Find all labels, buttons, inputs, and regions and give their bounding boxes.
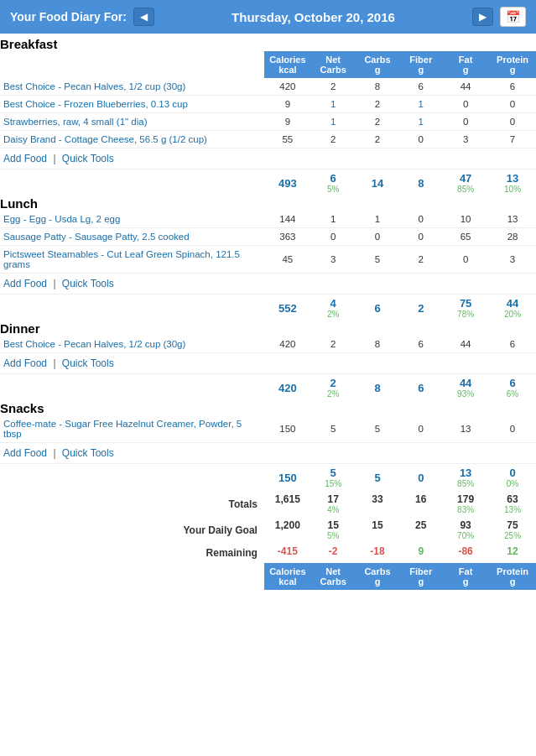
food-fiber: 0 (399, 211, 442, 228)
food-name[interactable]: Daisy Brand - Cottage Cheese, 56.5 g (1/… (0, 131, 264, 149)
food-carbs: 0 (356, 228, 400, 246)
snacks-total-netcarbs: 5 15% (311, 464, 356, 492)
food-netcarbs: 1 (311, 113, 356, 131)
food-fiber: 1 (399, 96, 442, 113)
dinner-section: Dinner Best Choice - Pecan Halves, 1/2 c… (0, 321, 536, 401)
netcarbs-header: Net Carbs (311, 51, 356, 78)
remaining-cal: -415 (264, 543, 311, 563)
dinner-total-netcarbs: 2 2% (311, 374, 356, 402)
breakfast-add-food-link[interactable]: Add Food (3, 153, 47, 164)
summary-total-fat: 179 83% (442, 491, 489, 517)
bottom-carbs-header: Carbs g (356, 563, 400, 590)
protein-header: Protein g (489, 51, 536, 78)
food-name[interactable]: Best Choice - Frozen Blueberries, 0.13 c… (0, 96, 264, 113)
food-fat: 65 (442, 228, 489, 246)
food-protein: 3 (489, 246, 536, 274)
snacks-totals-row: 150 5 15% 5 0 13 85% 0 0% (0, 464, 536, 492)
breakfast-section: Breakfast Calories kcal Net Carbs Carbs … (0, 37, 536, 196)
goal-summary-row: Your Daily Goal 1,200 15 5% 15 25 93 70%… (0, 517, 536, 543)
table-row: Egg - Egg - Usda Lg, 2 egg 144 1 1 0 10 … (0, 211, 536, 228)
bottom-cal-header: Calories kcal (264, 563, 311, 590)
table-row: Pictsweet Steamables - Cut Leaf Green Sp… (0, 246, 536, 274)
food-cal: 45 (264, 246, 311, 274)
food-fiber: 0 (399, 415, 442, 443)
snacks-quick-tools-link[interactable]: Quick Tools (62, 447, 114, 459)
food-protein: 28 (489, 228, 536, 246)
food-protein: 7 (489, 131, 536, 149)
breakfast-total-fat: 47 85% (442, 169, 489, 197)
lunch-total-protein: 44 20% (489, 295, 536, 322)
food-name[interactable]: Coffee-mate - Sugar Free Hazelnut Creame… (0, 415, 264, 443)
dinner-quick-tools-link[interactable]: Quick Tools (62, 357, 114, 369)
food-carbs: 2 (356, 131, 400, 149)
food-name[interactable]: Sausage Patty - Sausage Patty, 2.5 cooke… (0, 228, 264, 246)
prev-date-button[interactable]: ◀ (133, 8, 154, 26)
snacks-total-carbs: 5 (356, 464, 400, 492)
lunch-add-food-link[interactable]: Add Food (3, 278, 47, 289)
table-row: Best Choice - Pecan Halves, 1/2 cup (30g… (0, 78, 536, 96)
food-carbs: 2 (356, 96, 400, 113)
food-name[interactable]: Strawberries, raw, 4 small (1" dia) (0, 113, 264, 131)
food-name[interactable]: Pictsweet Steamables - Cut Leaf Green Sp… (0, 246, 264, 274)
lunch-total-netcarbs: 4 2% (311, 295, 356, 322)
food-name[interactable]: Best Choice - Pecan Halves, 1/2 cup (30g… (0, 336, 264, 353)
remaining-label: Remaining (0, 543, 264, 563)
summary-goal-carbs: 15 (356, 517, 400, 543)
food-protein: 0 (489, 415, 536, 443)
food-carbs: 2 (356, 113, 400, 131)
next-date-button[interactable]: ▶ (472, 8, 493, 26)
food-netcarbs: 3 (311, 246, 356, 274)
bottom-fat-header: Fat g (442, 563, 489, 590)
food-fat: 3 (442, 131, 489, 149)
summary-total-fiber: 16 (399, 491, 442, 517)
food-fat: 44 (442, 78, 489, 96)
remaining-summary-row: Remaining -415 -2 -18 9 -86 12 (0, 543, 536, 563)
dinner-total-carbs: 8 (356, 374, 400, 402)
calendar-button[interactable]: 📅 (500, 7, 526, 27)
food-carbs: 8 (356, 336, 400, 353)
summary-total-carbs: 33 (356, 491, 400, 517)
breakfast-total-protein: 13 10% (489, 169, 536, 197)
food-netcarbs: 5 (311, 415, 356, 443)
totals-label: Totals (0, 491, 264, 517)
lunch-totals-row: 552 4 2% 6 2 75 78% 44 20% (0, 295, 536, 322)
food-netcarbs: 2 (311, 131, 356, 149)
remaining-protein: 12 (489, 543, 536, 563)
bottom-netcarbs-header: Net Carbs (311, 563, 356, 590)
breakfast-quick-tools-link[interactable]: Quick Tools (62, 153, 114, 164)
dinner-total-protein: 6 6% (489, 374, 536, 402)
food-cal: 420 (264, 78, 311, 96)
food-cal: 9 (264, 113, 311, 131)
food-protein: 6 (489, 336, 536, 353)
table-row: Best Choice - Pecan Halves, 1/2 cup (30g… (0, 336, 536, 353)
dinner-totals-row: 420 2 2% 8 6 44 93% 6 6% (0, 374, 536, 402)
summary-goal-cal: 1,200 (264, 517, 311, 543)
carbs-header: Carbs g (356, 51, 400, 78)
snacks-total-cal: 150 (264, 464, 311, 492)
dinner-add-food-link[interactable]: Add Food (3, 357, 47, 369)
lunch-quick-tools-link[interactable]: Quick Tools (62, 278, 114, 289)
food-protein: 6 (489, 78, 536, 96)
breakfast-total-fiber: 8 (399, 169, 442, 197)
food-name[interactable]: Egg - Egg - Usda Lg, 2 egg (0, 211, 264, 228)
breakfast-total-netcarbs: 6 5% (311, 169, 356, 197)
food-diary-table: Breakfast Calories kcal Net Carbs Carbs … (0, 37, 536, 590)
food-netcarbs: 1 (311, 96, 356, 113)
food-name[interactable]: Best Choice - Pecan Halves, 1/2 cup (30g… (0, 78, 264, 96)
snacks-add-food-link[interactable]: Add Food (3, 447, 47, 459)
remaining-fat: -86 (442, 543, 489, 563)
food-fat: 10 (442, 211, 489, 228)
lunch-total-fiber: 2 (399, 295, 442, 322)
food-fiber: 6 (399, 78, 442, 96)
lunch-total-cal: 552 (264, 295, 311, 322)
food-fat: 0 (442, 246, 489, 274)
food-cal: 420 (264, 336, 311, 353)
summary-total-cal: 1,615 (264, 491, 311, 517)
totals-summary-row: Totals 1,615 17 4% 33 16 179 83% 63 13% (0, 491, 536, 517)
remaining-carbs: -18 (356, 543, 400, 563)
diary-header: Your Food Diary For: ◀ Thursday, October… (0, 0, 536, 34)
dinner-total-fiber: 6 (399, 374, 442, 402)
dinner-action-row: Add Food | Quick Tools (0, 353, 536, 374)
diary-header-label: Your Food Diary For: (10, 10, 127, 23)
calendar-icon: 📅 (506, 10, 520, 23)
